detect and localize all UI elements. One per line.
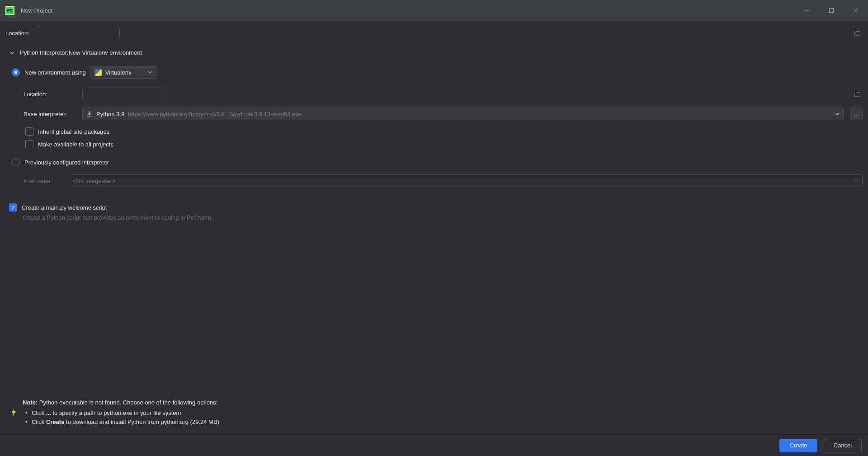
chevron-down-icon: [835, 112, 840, 116]
create-button[interactable]: Create: [779, 439, 817, 452]
previous-interpreter-radio-label[interactable]: Previously configured interpreter: [24, 159, 109, 166]
note-heading: Note: Python executable is not found. Ch…: [23, 398, 219, 407]
cancel-button-label: Cancel: [834, 442, 852, 449]
venv-location-input[interactable]: [82, 88, 166, 100]
note-bullet-1: Click ... to specify a path to python.ex…: [25, 409, 219, 418]
base-interpreter-name: Python 3.9: [96, 111, 124, 118]
project-location-input[interactable]: [36, 27, 120, 39]
window-title: New Project: [21, 7, 52, 14]
minimize-button[interactable]: [795, 0, 819, 21]
env-tool-select[interactable]: Virtualenv: [90, 66, 156, 79]
project-location-row: Location:: [5, 27, 863, 39]
welcome-script-label[interactable]: Create a main.py welcome script: [22, 204, 107, 211]
pycharm-app-icon: PC: [5, 6, 14, 15]
note-rest: Python executable is not found. Choose o…: [38, 399, 217, 406]
previous-interpreter-value: <No interpreter>: [73, 178, 116, 184]
ellipsis-icon: ...: [854, 111, 859, 118]
chevron-down-icon: [148, 70, 152, 75]
folder-browse-icon[interactable]: [854, 29, 861, 37]
warning-lightning-icon: [10, 408, 17, 417]
note-block: Note: Python executable is not found. Ch…: [10, 398, 858, 427]
interpreter-section-header[interactable]: Python Interpreter: New Virtualenv envir…: [9, 49, 863, 56]
window-controls: [795, 0, 868, 21]
maximize-button[interactable]: [819, 0, 844, 21]
base-interpreter-label: Base interpreter:: [24, 111, 76, 118]
download-icon: [86, 111, 93, 117]
note-bullet-2: Click Create to download and install Pyt…: [25, 418, 219, 427]
base-interpreter-select[interactable]: Python 3.9 https://www.python.org/ftp/py…: [82, 108, 844, 120]
base-interpreter-row: Base interpreter: Python 3.9 https://www…: [24, 108, 863, 120]
svg-rect-0: [830, 9, 834, 13]
base-interpreter-url: https://www.python.org/ftp/python/3.9.13…: [128, 111, 302, 118]
welcome-script-checkbox[interactable]: [9, 203, 17, 212]
interpreter-header-value: New Virtualenv environment: [69, 49, 142, 56]
interpreter-header-prefix: Python Interpreter:: [20, 49, 69, 56]
chevron-down-icon: [854, 179, 859, 183]
inherit-packages-row: Inherit global site-packages: [25, 127, 863, 136]
venv-location-label: Location:: [24, 91, 76, 98]
welcome-script-row: Create a main.py welcome script: [9, 203, 863, 212]
previous-interpreter-radio[interactable]: [12, 158, 20, 166]
dialog-footer: Create Cancel: [0, 434, 868, 456]
chevron-down-icon: [9, 50, 15, 56]
welcome-script-description: Create a Python script that provides an …: [23, 214, 863, 221]
make-available-checkbox[interactable]: [25, 140, 33, 148]
previous-interpreter-radio-row: Previously configured interpreter: [12, 158, 863, 166]
previous-interpreter-settings: Interpreter: <No interpreter>: [24, 174, 863, 194]
python-icon: [94, 69, 102, 76]
project-location-input-wrap: [36, 27, 863, 39]
env-tool-selected: Virtualenv: [105, 69, 132, 76]
browse-interpreter-button[interactable]: ...: [850, 108, 863, 120]
folder-browse-icon[interactable]: [854, 90, 861, 98]
venv-location-row: Location:: [24, 88, 863, 100]
venv-location-input-wrap: [82, 88, 863, 100]
note-bold: Note:: [23, 399, 38, 406]
project-location-label: Location:: [5, 30, 29, 37]
close-button[interactable]: [844, 0, 868, 21]
new-env-settings: Location: Base interpreter: Python 3.9 h…: [24, 88, 863, 158]
new-environment-radio-row: New environment using Virtualenv: [12, 66, 863, 79]
make-available-row: Make available to all projects: [25, 140, 863, 148]
dialog-content: Location: Python Interpreter: New Virtua…: [0, 21, 868, 434]
new-environment-radio-label[interactable]: New environment using: [24, 69, 86, 76]
inherit-packages-label[interactable]: Inherit global site-packages: [38, 128, 109, 135]
titlebar: PC New Project: [0, 0, 868, 21]
previous-interpreter-label: Interpreter:: [24, 178, 62, 184]
inherit-packages-checkbox[interactable]: [25, 127, 33, 136]
create-button-label: Create: [789, 442, 807, 449]
previous-interpreter-select: <No interpreter>: [69, 174, 863, 187]
make-available-label[interactable]: Make available to all projects: [38, 141, 113, 148]
spacer: [5, 227, 863, 394]
welcome-script-block: Create a main.py welcome script Create a…: [9, 203, 863, 227]
previous-interpreter-row: Interpreter: <No interpreter>: [24, 174, 863, 187]
note-text: Note: Python executable is not found. Ch…: [23, 398, 219, 427]
cancel-button[interactable]: Cancel: [824, 439, 862, 452]
new-environment-radio[interactable]: [12, 68, 20, 76]
